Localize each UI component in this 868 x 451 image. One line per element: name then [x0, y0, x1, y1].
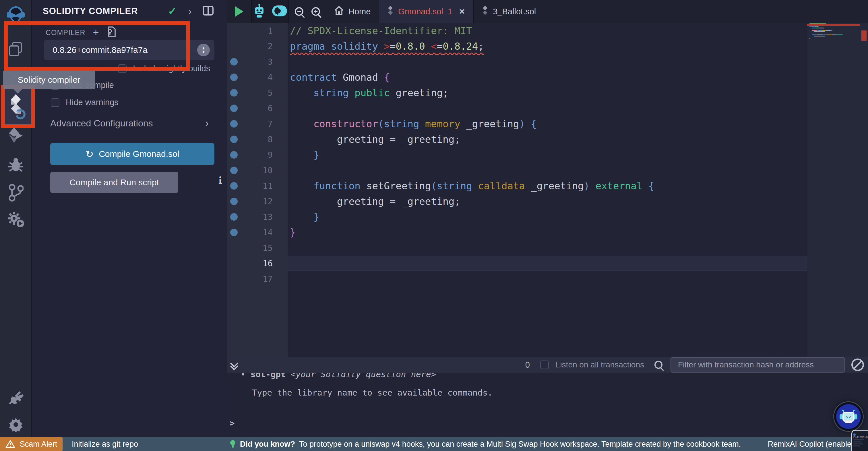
add-compiler-icon[interactable]: +: [93, 26, 99, 38]
plugin-manager-icon[interactable]: [0, 390, 32, 405]
gutter-row[interactable]: 14: [227, 225, 288, 240]
gutter-dot[interactable]: [230, 167, 238, 174]
advanced-configurations-row[interactable]: Advanced Configurations ›: [50, 117, 209, 129]
gutter-row[interactable]: 1: [227, 23, 288, 38]
line-number: 2: [238, 38, 273, 54]
code-line-8[interactable]: greeting = _greeting;: [288, 132, 807, 147]
gutter-row[interactable]: 8: [227, 132, 288, 147]
solidity-compiler-tooltip: Solidity compiler: [3, 71, 95, 89]
code-line-3[interactable]: [288, 54, 807, 69]
gutter-row[interactable]: 16: [227, 256, 288, 271]
gutter-dot[interactable]: [230, 74, 238, 81]
gutter-dot[interactable]: [230, 213, 238, 221]
run-script-button[interactable]: [227, 0, 252, 23]
code-line-14[interactable]: }: [288, 225, 807, 240]
file-explorer-icon[interactable]: [0, 41, 32, 57]
debugger-icon[interactable]: [0, 157, 32, 173]
deploy-run-icon[interactable]: [0, 127, 32, 144]
code-line-12[interactable]: greeting = _greeting;: [288, 194, 807, 209]
transaction-filter-input[interactable]: [671, 357, 845, 373]
expand-terminal-icon[interactable]: [231, 361, 237, 369]
solidity-compiler-panel: SOLIDITY COMPILER ✓ › COMPILER + 0.8.26+…: [32, 0, 227, 437]
gutter-dot[interactable]: [230, 198, 238, 205]
code-line-7[interactable]: constructor(string memory _greeting) {: [288, 116, 807, 132]
file-badge-icon[interactable]: [106, 26, 116, 38]
remix-logo[interactable]: [0, 5, 32, 26]
zoom-in-icon[interactable]: +: [311, 7, 320, 16]
code-line-1[interactable]: // SPDX-License-Identifier: MIT: [288, 23, 807, 38]
ai-assistant-icon[interactable]: [253, 4, 266, 19]
gutter-row[interactable]: 12: [227, 194, 288, 209]
code-line-9[interactable]: }: [288, 147, 807, 163]
code-line-5[interactable]: string public greeting;: [288, 85, 807, 101]
advanced-configurations-label: Advanced Configurations: [50, 118, 153, 129]
gutter-row[interactable]: 2: [227, 38, 288, 54]
remix-ai-assistant-button[interactable]: [834, 402, 863, 431]
line-number: 9: [238, 147, 273, 163]
scripts-runner-icon[interactable]: [0, 212, 32, 227]
code-editor[interactable]: 1234567891011121314151617 // SPDX-Licens…: [227, 23, 868, 357]
code-line-11[interactable]: function setGreeting(string calldata _gr…: [288, 178, 807, 194]
gutter-row[interactable]: 11: [227, 178, 288, 194]
gutter-row[interactable]: 15: [227, 240, 288, 256]
code-line-17[interactable]: [288, 271, 807, 287]
tab-home[interactable]: Home: [326, 0, 379, 23]
warning-icon: [5, 440, 15, 448]
gutter-dot[interactable]: [230, 89, 238, 96]
screen-thumbnail[interactable]: FILE EXPLORER: [851, 430, 868, 451]
checkbox[interactable]: [118, 64, 127, 73]
gutter-row[interactable]: 7: [227, 116, 288, 132]
code-line-4[interactable]: contract Gmonad {: [288, 69, 807, 85]
option-hide-warnings[interactable]: Hide warnings: [51, 98, 119, 107]
clear-console-icon[interactable]: [851, 359, 864, 371]
code-line-13[interactable]: }: [288, 209, 807, 225]
gutter-row[interactable]: 4: [227, 69, 288, 85]
split-panel-icon[interactable]: [203, 6, 214, 17]
gutter-row[interactable]: 3: [227, 54, 288, 69]
gutter-row[interactable]: 10: [227, 163, 288, 178]
gutter-row[interactable]: 13: [227, 209, 288, 225]
gutter-dot[interactable]: [230, 136, 238, 143]
listen-transactions-checkbox[interactable]: [540, 361, 549, 369]
compiler-version-value: 0.8.26+commit.8a97fa7a: [53, 45, 148, 55]
gutter-row[interactable]: 5: [227, 85, 288, 101]
tab-gmonad[interactable]: Gmonad.sol 1 ✕: [379, 0, 474, 23]
close-tab-icon[interactable]: ✕: [459, 7, 465, 17]
solidity-compiler-icon[interactable]: [0, 92, 32, 120]
gutter-row[interactable]: 9: [227, 147, 288, 163]
gutter-dot[interactable]: [230, 58, 238, 65]
gutter-dot[interactable]: [230, 151, 238, 159]
code-line-16[interactable]: [288, 256, 807, 271]
code-line-10[interactable]: [288, 163, 807, 178]
info-icon[interactable]: i: [218, 175, 222, 186]
settings-icon[interactable]: [0, 417, 32, 432]
git-icon[interactable]: [0, 184, 32, 202]
code-line-6[interactable]: [288, 101, 807, 116]
gutter-dot[interactable]: [230, 229, 238, 236]
gutter-dot[interactable]: [230, 182, 238, 190]
gutter-dot[interactable]: [230, 120, 238, 128]
terminal-output[interactable]: • sol-gpt <your Solidity question here> …: [227, 373, 868, 437]
terminal-prompt[interactable]: >: [229, 418, 235, 428]
copilot-status[interactable]: RemixAI Copilot (enabled): [768, 437, 858, 451]
scam-alert-button[interactable]: Scam Alert: [0, 437, 63, 451]
zoom-out-icon[interactable]: −: [295, 7, 303, 16]
select-spinner-icon[interactable]: ▲▼: [197, 44, 210, 56]
option-include-nightly-builds[interactable]: Include nightly builds: [118, 64, 210, 73]
init-git-repo-button[interactable]: Initialize as git repo: [72, 437, 138, 451]
compile-button[interactable]: ↻ Compile Gmonad.sol: [50, 143, 214, 165]
tab-ballot[interactable]: 3_Ballot.sol: [474, 0, 544, 23]
chevron-right-icon[interactable]: ›: [188, 7, 192, 16]
minimap[interactable]: [807, 23, 860, 357]
checkbox[interactable]: [51, 98, 59, 107]
code-line-15[interactable]: [288, 240, 807, 256]
gutter-row[interactable]: 6: [227, 101, 288, 116]
gutter-dot[interactable]: [230, 105, 238, 112]
ai-toggle-icon[interactable]: [272, 5, 288, 18]
overview-ruler[interactable]: [860, 23, 868, 357]
compiler-version-select[interactable]: 0.8.26+commit.8a97fa7a ▲▼: [44, 40, 214, 60]
gutter-row[interactable]: 17: [227, 271, 288, 287]
compile-and-run-button[interactable]: Compile and Run script: [50, 172, 178, 193]
code-line-2[interactable]: pragma solidity >=0.8.0 <=0.8.24;: [288, 38, 807, 54]
terminal-search-icon[interactable]: [654, 361, 662, 369]
